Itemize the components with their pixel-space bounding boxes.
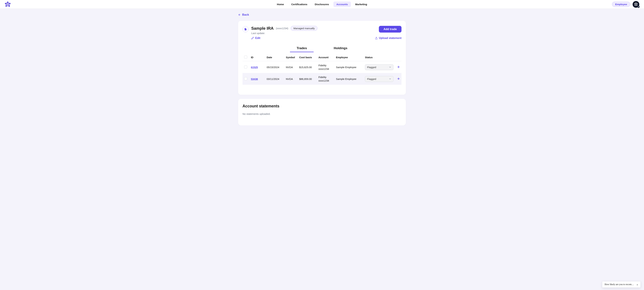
arrow-right-icon bbox=[397, 77, 400, 80]
upload-icon bbox=[375, 37, 378, 40]
back-link[interactable]: Back bbox=[238, 13, 249, 17]
col-account: Account bbox=[317, 54, 334, 61]
status-select[interactable]: Flagged bbox=[365, 76, 394, 82]
nav-marketing[interactable]: Marketing bbox=[352, 2, 370, 7]
col-status: Status bbox=[363, 54, 395, 61]
upload-label: Upload statement bbox=[379, 37, 402, 40]
document-icon bbox=[242, 26, 248, 32]
cell-cost-basis: $15,625.00 bbox=[298, 61, 317, 73]
trade-id-link[interactable]: 61525 bbox=[251, 66, 258, 69]
row-details-button[interactable] bbox=[397, 77, 400, 80]
trades-table: ID Date Symbol Cost basis Account Employ… bbox=[242, 54, 402, 85]
back-label: Back bbox=[242, 13, 249, 17]
statements-empty-text: No statements uploaded. bbox=[242, 112, 402, 115]
statements-card: Account statements No statements uploade… bbox=[238, 99, 406, 125]
main-nav: Home Certifications Disclosures Accounts… bbox=[274, 2, 370, 7]
col-symbol: Symbol bbox=[284, 54, 298, 61]
cell-account: Fidelity xxxx1234 bbox=[317, 73, 334, 85]
page-content: Back Sample IRA (xxxx1234) Managed manua… bbox=[238, 9, 406, 125]
col-id: ID bbox=[249, 54, 265, 61]
role-switcher[interactable]: Employee bbox=[612, 2, 630, 7]
header-right: Employee H bbox=[612, 1, 639, 8]
account-mask: (xxxx1234) bbox=[276, 27, 288, 30]
tab-holdings[interactable]: Holdings bbox=[327, 45, 354, 52]
nav-accounts[interactable]: Accounts bbox=[334, 2, 351, 7]
cell-employee: Sample Employee bbox=[334, 73, 363, 85]
col-date: Date bbox=[265, 54, 284, 61]
arrow-right-icon bbox=[397, 66, 400, 69]
row-checkbox[interactable] bbox=[244, 66, 247, 69]
cell-symbol: NVDA bbox=[284, 73, 298, 85]
col-employee: Employee bbox=[334, 54, 363, 61]
chevron-down-icon bbox=[389, 66, 391, 68]
pencil-icon bbox=[251, 37, 254, 40]
cell-cost-basis: $86,659.00 bbox=[298, 73, 317, 85]
cell-employee: Sample Employee bbox=[334, 61, 363, 73]
arrow-left-icon bbox=[238, 14, 241, 16]
chevron-down-icon bbox=[389, 78, 391, 80]
edit-button[interactable]: Edit bbox=[251, 37, 260, 40]
last-update-label: Last update: bbox=[251, 32, 265, 35]
trade-id-link[interactable]: 53438 bbox=[251, 78, 258, 80]
row-checkbox[interactable] bbox=[244, 77, 247, 80]
statements-title: Account statements bbox=[242, 104, 402, 108]
app-logo-icon bbox=[5, 1, 11, 8]
table-row: 53438 03/11/2024 NVDA $86,659.00 Fidelit… bbox=[242, 73, 402, 85]
status-select[interactable]: Flagged bbox=[365, 64, 394, 70]
avatar-badge: H bbox=[638, 6, 640, 8]
col-cost-basis: Cost basis bbox=[298, 54, 317, 61]
cell-account: Fidelity xxxx1234 bbox=[317, 61, 334, 73]
management-badge: Managed manually bbox=[291, 26, 318, 31]
app-header: Home Certifications Disclosures Accounts… bbox=[0, 0, 644, 9]
nav-disclosures[interactable]: Disclosures bbox=[312, 2, 332, 7]
cell-date: 05/15/2024 bbox=[265, 61, 284, 73]
table-row: 61525 05/15/2024 NVDA $15,625.00 Fidelit… bbox=[242, 61, 402, 73]
tab-trades[interactable]: Trades bbox=[290, 45, 314, 52]
account-card: Sample IRA (xxxx1234) Managed manually L… bbox=[238, 21, 406, 95]
nav-certifications[interactable]: Certifications bbox=[288, 2, 310, 7]
account-actions-row: Edit Upload statement bbox=[242, 37, 402, 40]
account-name: Sample IRA bbox=[251, 26, 274, 31]
upload-statement-button[interactable]: Upload statement bbox=[375, 37, 402, 40]
cell-date: 03/11/2024 bbox=[265, 73, 284, 85]
select-all-checkbox[interactable] bbox=[244, 56, 247, 59]
cell-symbol: NVDA bbox=[284, 61, 298, 73]
account-tabs: Trades Holdings bbox=[242, 45, 402, 52]
edit-label: Edit bbox=[255, 37, 260, 40]
nav-home[interactable]: Home bbox=[274, 2, 287, 7]
user-avatar[interactable]: H bbox=[632, 1, 639, 8]
row-details-button[interactable] bbox=[397, 66, 400, 69]
account-header: Sample IRA (xxxx1234) Managed manually L… bbox=[242, 26, 402, 35]
add-trade-button[interactable]: Add trade bbox=[379, 26, 402, 33]
